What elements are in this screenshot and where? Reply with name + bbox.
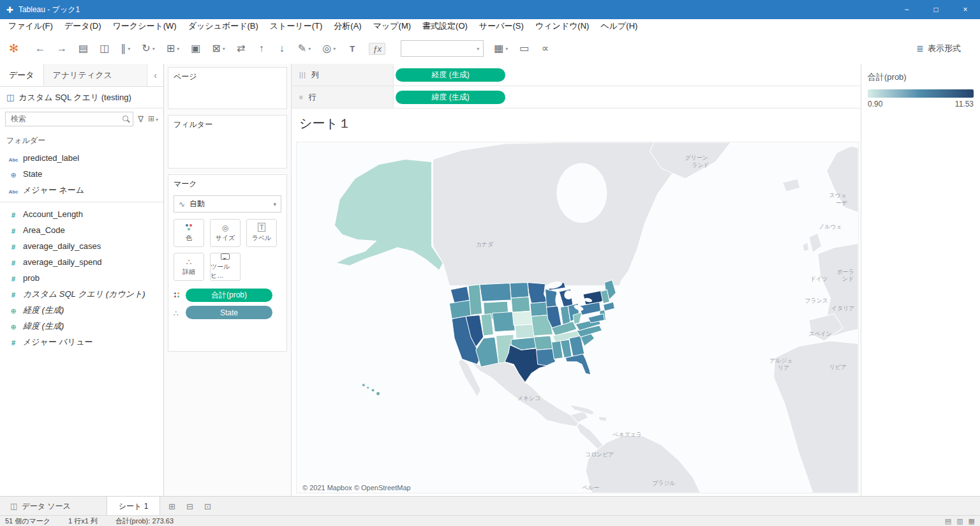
state-SD[interactable] <box>511 297 530 312</box>
menu-item[interactable]: 分析(A) <box>328 20 367 32</box>
field-item[interactable]: prob <box>0 270 163 286</box>
field-item[interactable]: State <box>0 166 163 182</box>
mark-type-selector[interactable]: ∿ 自動 <box>174 195 281 213</box>
refresh-icon[interactable]: ↻ <box>142 43 154 54</box>
label-button[interactable]: ラベル <box>246 219 277 247</box>
rows-pill[interactable]: 緯度 (生成) <box>396 91 505 104</box>
save-icon[interactable]: ▤ <box>78 43 88 54</box>
svg-text:メキシコ: メキシコ <box>517 395 540 402</box>
size-button[interactable]: サイズ <box>210 219 241 247</box>
detail-button[interactable]: 詳細 <box>174 253 204 281</box>
field-item[interactable]: average_daily_cases <box>0 238 163 254</box>
tableau-titlebar-logo-icon: ✚ <box>6 5 13 15</box>
columns-shelf[interactable]: ||| 列 経度 (生成) <box>292 64 861 86</box>
field-item[interactable]: average_daily_spend <box>0 254 163 270</box>
new-story-tab-icon[interactable]: ⊡ <box>200 499 215 513</box>
search-input[interactable] <box>5 112 133 126</box>
close-button[interactable]: × <box>951 0 980 19</box>
color-pill[interactable]: 合計(prob) <box>186 289 272 302</box>
new-datasource-icon[interactable]: ◫ <box>100 43 109 54</box>
menu-item[interactable]: 書式設定(O) <box>417 20 473 32</box>
tooltip-button[interactable]: ツールヒ… <box>210 253 241 281</box>
show-me-icon: ≣ <box>916 43 924 54</box>
pause-updates-icon[interactable]: ∥ <box>121 43 130 54</box>
swap-axes-icon[interactable]: ⇄ <box>237 43 246 54</box>
data-panel: データ アナリティクス ‹ ◫ カスタム SQL クエリ (testing) ∇… <box>0 64 164 497</box>
field-type-icon <box>5 153 22 164</box>
field-item[interactable]: カスタム SQL クエリ (カウント) <box>0 286 163 302</box>
tab-analytics[interactable]: アナリティクス <box>43 64 148 86</box>
field-type-icon <box>5 225 22 236</box>
sort-ascending-icon[interactable]: ↑ <box>257 43 266 54</box>
menu-item[interactable]: ヘルプ(H) <box>595 20 643 32</box>
fit-selector[interactable] <box>401 40 484 57</box>
pages-shelf[interactable]: ページ <box>168 67 287 109</box>
field-item[interactable]: メジャー バリュー <box>0 334 163 350</box>
share-icon[interactable]: ∝ <box>540 43 549 54</box>
choropleth-map[interactable]: グリーンランドカナダメキシコベネズエラコロンビアペルーブラジルアルジェリアリビア… <box>297 142 858 493</box>
svg-text:イタリア: イタリア <box>831 305 854 312</box>
show-tabs-icon[interactable]: ▤ <box>945 517 951 525</box>
map-view[interactable]: グリーンランドカナダメキシコベネズエラコロンビアペルーブラジルアルジェリアリビア… <box>296 142 859 493</box>
field-item[interactable]: 経度 (生成) <box>0 302 163 318</box>
highlight-icon[interactable]: ✎ <box>298 43 311 54</box>
color-button[interactable]: 色 <box>174 219 204 247</box>
fix-axes-icon[interactable]: ƒx <box>369 43 385 55</box>
menu-item[interactable]: ファイル(F) <box>3 20 59 32</box>
state-AR[interactable] <box>534 336 553 350</box>
columns-pill[interactable]: 経度 (生成) <box>396 68 505 82</box>
show-hide-cards-icon[interactable]: ▦ <box>494 43 508 54</box>
datasource-tab[interactable]: ◫ データ ソース <box>0 497 81 516</box>
filters-shelf[interactable]: フィルター <box>168 115 287 169</box>
field-item[interactable]: predicted_label <box>0 150 163 166</box>
datasource-row[interactable]: ◫ カスタム SQL クエリ (testing) <box>0 87 163 109</box>
undo-icon[interactable]: ← <box>35 43 45 54</box>
show-filmstrip-icon[interactable]: ▥ <box>956 517 963 525</box>
statusbar: 51 個のマーク 1 行x1 列 合計(prob): 273.63 ▤ ▥ ▦ <box>0 515 980 526</box>
menu-item[interactable]: ダッシュボード(B) <box>182 20 264 32</box>
menu-item[interactable]: ウィンドウ(N) <box>530 20 595 32</box>
tableau-logo-icon[interactable]: ✻ <box>9 43 19 54</box>
collapse-pane-icon[interactable]: ‹ <box>147 64 163 86</box>
legend-gradient <box>868 89 974 98</box>
state-CO[interactable] <box>493 312 516 332</box>
filter-fields-icon[interactable]: ∇ <box>138 114 144 124</box>
svg-text:ランド: ランド <box>692 162 709 169</box>
state-MT[interactable] <box>480 283 511 301</box>
clear-sheet-icon[interactable]: ⊠ <box>212 43 225 54</box>
menu-item[interactable]: マップ(M) <box>368 20 417 32</box>
redo-icon[interactable]: → <box>57 43 67 54</box>
menu-item[interactable]: サーバー(S) <box>473 20 530 32</box>
state-LA[interactable] <box>537 349 556 365</box>
field-item[interactable]: メジャー ネーム <box>0 182 163 198</box>
maximize-button[interactable]: □ <box>921 0 951 19</box>
sort-descending-icon[interactable]: ↓ <box>278 43 286 54</box>
minimize-button[interactable]: − <box>892 0 921 19</box>
new-worksheet-tab-icon[interactable]: ⊞ <box>164 499 179 513</box>
columns-label-text: 列 <box>311 70 319 80</box>
field-item[interactable]: 緯度 (生成) <box>0 318 163 334</box>
presentation-mode-icon[interactable]: ▭ <box>519 43 529 54</box>
field-item[interactable]: Area_Code <box>0 222 163 238</box>
new-dashboard-tab-icon[interactable]: ⊟ <box>182 499 197 513</box>
menu-item[interactable]: ワークシート(W) <box>107 20 182 32</box>
menu-item[interactable]: データ(D) <box>59 20 107 32</box>
sheet1-tab[interactable]: シート 1 <box>107 497 161 516</box>
state-UT[interactable] <box>481 313 494 336</box>
show-me-button[interactable]: ≣ 表示形式 <box>916 43 971 54</box>
sheet-sorter-icon[interactable]: ▦ <box>969 517 975 525</box>
duplicate-icon[interactable]: ▣ <box>191 43 200 54</box>
group-members-icon[interactable]: ◎ <box>322 43 336 54</box>
rows-shelf[interactable]: ≡ 行 緯度 (生成) <box>292 86 861 109</box>
toolbar-icons: ✻ ← → ▤ ◫ ∥ ↻ ⊞ ▣ ⊠ ⇄ ↑ ↓ ✎ ◎ T <box>9 40 561 57</box>
state-ND[interactable] <box>510 283 529 298</box>
menu-item[interactable]: ストーリー(T) <box>264 20 329 32</box>
view-options-icon[interactable]: ⊞ <box>148 114 158 123</box>
new-worksheet-icon[interactable]: ⊞ <box>167 43 179 54</box>
field-label: 経度 (生成) <box>23 304 64 316</box>
field-item[interactable]: Account_Length <box>0 206 163 222</box>
show-mark-labels-icon[interactable]: T <box>347 44 357 54</box>
tab-data[interactable]: データ <box>0 64 43 86</box>
color-legend[interactable]: 合計(prob) 0.90 11.53 <box>868 71 974 109</box>
detail-pill[interactable]: State <box>186 306 272 319</box>
